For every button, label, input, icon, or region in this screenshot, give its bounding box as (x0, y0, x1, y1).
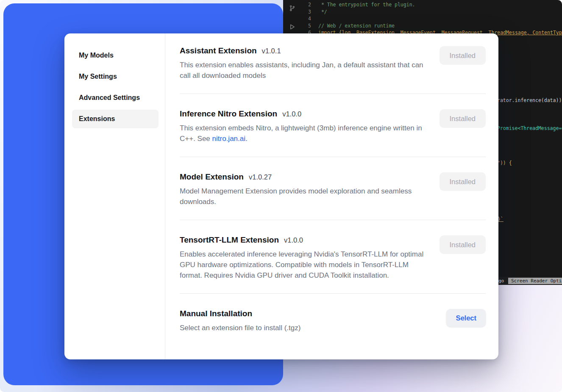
extension-version: v1.0.27 (249, 173, 272, 181)
code-text: */ (318, 8, 327, 16)
manual-installation-row: Manual Installation Select an extension … (180, 309, 486, 333)
editor-activity-bar (286, 5, 298, 31)
settings-modal: My Models My Settings Advanced Settings … (64, 33, 498, 359)
code-text: * The entrypoint for the plugin. (318, 1, 415, 8)
sidebar-item-my-settings[interactable]: My Settings (72, 67, 159, 86)
code-line: 4 (301, 15, 562, 22)
select-file-button[interactable]: Select (446, 309, 486, 327)
source-control-icon (289, 5, 295, 13)
extension-info: Model Extension v1.0.27 Model Management… (180, 172, 428, 207)
extension-row-nitro: Inference Nitro Extension v1.0.0 This ex… (180, 109, 486, 144)
code-line: 5 // Web / extension runtime (301, 22, 562, 30)
manual-installation-title: Manual Installation (180, 309, 252, 318)
sidebar-item-extensions[interactable]: Extensions (72, 110, 159, 128)
extension-title: Inference Nitro Extension (180, 109, 277, 119)
settings-sidebar: My Models My Settings Advanced Settings … (64, 33, 165, 359)
divider (180, 94, 486, 94)
extension-description: This extension embeds Nitro, a lightweig… (180, 123, 428, 144)
screen-reader-chip: Screen Reader Optimized (508, 278, 562, 284)
divider (180, 220, 486, 220)
extension-version: v1.0.0 (284, 236, 303, 244)
line-number: 2 (301, 1, 311, 8)
extension-title: Model Extension (180, 172, 244, 182)
extension-version: v1.0.1 (262, 47, 281, 55)
extension-title: TensortRT-LLM Extension (180, 235, 279, 245)
installed-button[interactable]: Installed (440, 172, 486, 191)
extension-heading: Inference Nitro Extension v1.0.0 (180, 109, 428, 119)
run-debug-icon (289, 24, 295, 31)
extension-row-model: Model Extension v1.0.27 Model Management… (180, 172, 486, 207)
extension-description: This extension enables assistants, inclu… (180, 60, 428, 81)
extension-title: Assistant Extension (180, 46, 257, 55)
installed-button[interactable]: Installed (440, 235, 486, 254)
extension-heading: Manual Installation (180, 309, 428, 318)
extension-heading: TensortRT-LLM Extension v1.0.0 (180, 235, 428, 245)
installed-button[interactable]: Installed (440, 46, 486, 65)
extension-heading: Model Extension v1.0.27 (180, 172, 428, 182)
code-fragment: Promise<ThreadMessage= (497, 125, 562, 131)
extension-description: Model Management Extension provides mode… (180, 186, 428, 207)
divider (180, 293, 486, 294)
extensions-panel: Assistant Extension v1.0.1 This extensio… (165, 33, 498, 359)
manual-installation-description: Select an extension file to install (.tg… (180, 323, 428, 333)
line-number: 5 (301, 22, 311, 30)
sidebar-item-my-models[interactable]: My Models (72, 46, 159, 65)
code-fragment: ")) { (497, 160, 512, 166)
code-fragment: rator.inference(data)); (497, 97, 562, 103)
extension-description: Enables accelerated inference leveraging… (180, 249, 428, 281)
extension-info: Manual Installation Select an extension … (180, 309, 428, 333)
page-background: 2 * The entrypoint for the plugin. 3 */ … (0, 0, 562, 392)
extension-row-assistant: Assistant Extension v1.0.1 This extensio… (180, 46, 486, 81)
code-line: 2 * The entrypoint for the plugin. (301, 1, 562, 8)
nitro-jan-ai-link[interactable]: nitro.jan.ai. (212, 135, 248, 143)
status-text: go (498, 278, 504, 284)
sidebar-item-advanced-settings[interactable]: Advanced Settings (72, 88, 159, 107)
line-number: 3 (301, 8, 311, 16)
extension-row-tensorrt: TensortRT-LLM Extension v1.0.0 Enables a… (180, 235, 486, 281)
extension-heading: Assistant Extension v1.0.1 (180, 46, 428, 55)
line-number: 4 (301, 15, 311, 22)
extension-info: Inference Nitro Extension v1.0.0 This ex… (180, 109, 428, 144)
code-text: // Web / extension runtime (318, 22, 395, 30)
editor-code: 2 * The entrypoint for the plugin. 3 */ … (301, 1, 562, 36)
code-line: 3 */ (301, 8, 562, 16)
extension-info: Assistant Extension v1.0.1 This extensio… (180, 46, 428, 81)
extension-version: v1.0.0 (282, 110, 301, 118)
divider (180, 157, 486, 157)
installed-button[interactable]: Installed (440, 109, 486, 128)
extension-info: TensortRT-LLM Extension v1.0.0 Enables a… (180, 235, 428, 281)
